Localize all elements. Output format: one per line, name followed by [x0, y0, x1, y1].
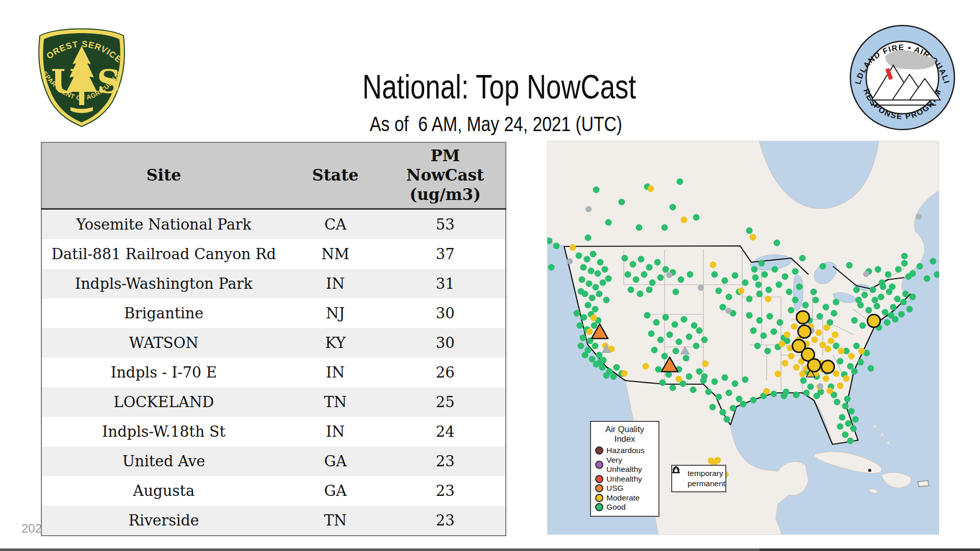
- monitor-dot-good: [758, 260, 765, 267]
- monitor-dot-good: [663, 314, 669, 321]
- monitor-dot-good: [597, 359, 604, 366]
- monitor-dot-good: [593, 284, 599, 291]
- monitor-dot-dark: [868, 469, 871, 472]
- monitor-dot-good: [548, 264, 555, 271]
- monitor-dot-moderate: [715, 457, 721, 464]
- monitor-dot-good: [800, 378, 807, 384]
- monitor-dot-good: [589, 295, 596, 302]
- monitor-dot-good: [811, 289, 817, 295]
- monitor-dot-good: [690, 387, 697, 393]
- monitor-dot-good: [752, 274, 759, 281]
- triangle-outline-icon: [676, 480, 684, 488]
- table-cell: Riverside: [41, 506, 286, 536]
- table-row: Yosemite National ParkCA53: [41, 209, 506, 240]
- monitor-dot-good: [900, 299, 907, 306]
- top-site-circle-marker: [822, 361, 835, 373]
- monitor-dot-good: [724, 416, 730, 423]
- aqi-legend-item: Unhealthy: [595, 474, 654, 484]
- monitor-dot-good: [802, 302, 809, 309]
- monitor-dot-good: [746, 312, 753, 319]
- monitor-dot-good: [803, 390, 810, 396]
- monitor-dot-good: [762, 271, 768, 278]
- monitor-dot-good: [579, 277, 585, 283]
- monitor-dot-moderate: [848, 353, 855, 360]
- monitor-dot-good: [576, 253, 582, 259]
- monitor-dot-good: [580, 264, 587, 271]
- monitor-dot-good: [851, 368, 858, 375]
- table-row: WATSONKY30: [41, 328, 506, 358]
- monitor-dot-good: [884, 319, 891, 326]
- monitor-dot-good: [831, 310, 838, 317]
- monitor-dot-good: [670, 385, 676, 391]
- monitor-dot-good: [853, 287, 860, 293]
- monitor-dot-good: [657, 274, 664, 281]
- monitor-dot-good: [686, 373, 693, 380]
- monitor-dot-good: [813, 297, 819, 304]
- table-cell: IN: [286, 417, 385, 446]
- monitor-dot-moderate: [570, 244, 576, 251]
- monitor-dot-good: [663, 266, 669, 273]
- monitor-dot-inactive: [916, 214, 922, 220]
- monitor-dot-moderate: [833, 370, 840, 377]
- monitor-dot-good: [777, 319, 783, 326]
- table-cell: Indpls-Washington Park: [41, 269, 286, 298]
- monitor-dot-good: [657, 337, 664, 343]
- monitor-dot-good: [641, 271, 648, 278]
- monitor-dot-good: [596, 291, 603, 297]
- monitor-dot-good: [751, 266, 758, 273]
- table-cell: Indpls-W.18th St: [41, 417, 286, 446]
- table-cell: 30: [385, 328, 506, 358]
- monitor-dot-inactive: [817, 383, 823, 389]
- monitor-dot-good: [636, 224, 643, 231]
- shape-legend: temporarypermanent: [671, 465, 726, 492]
- monitor-dot-good: [600, 280, 606, 286]
- monitor-dot-good: [853, 343, 860, 349]
- monitor-dot-moderate: [586, 329, 593, 335]
- top-site-circle-marker: [798, 325, 811, 338]
- monitor-dot-moderate: [591, 315, 597, 321]
- table-cell: 31: [385, 269, 506, 298]
- monitor-dot-good: [582, 352, 589, 359]
- monitor-dot-good: [709, 404, 716, 411]
- monitor-dot-good: [796, 284, 803, 290]
- monitor-dot-moderate: [791, 323, 798, 330]
- monitor-dot-good: [772, 266, 778, 273]
- monitor-dot-good: [833, 299, 840, 306]
- monitor-dot-good: [851, 317, 858, 324]
- monitor-dot-good: [681, 316, 688, 323]
- monitor-dot-good: [742, 377, 749, 383]
- monitor-dot-good: [898, 311, 905, 318]
- monitor-dot-inactive: [666, 272, 672, 278]
- monitor-dot-good: [792, 297, 799, 304]
- monitor-dot-good: [676, 339, 682, 345]
- monitor-dot-good: [693, 343, 700, 349]
- monitor-dot-good: [793, 392, 800, 398]
- monitor-dot-good: [655, 366, 662, 373]
- monitor-dot-moderate: [782, 360, 789, 367]
- monitor-dot-good: [890, 304, 897, 311]
- top-site-circle-marker: [808, 359, 821, 372]
- monitor-dot-good: [885, 271, 892, 278]
- monitor-dot-moderate: [765, 296, 772, 303]
- monitor-dot-good: [844, 396, 851, 403]
- monitor-dot-good: [847, 438, 854, 444]
- monitor-dot-good: [683, 355, 690, 362]
- monitor-dot-good: [591, 322, 598, 329]
- monitor-dot-good: [771, 329, 777, 335]
- monitor-dot-good: [654, 259, 661, 266]
- monitor-dot-good: [585, 235, 592, 241]
- table-cell: IN: [286, 358, 385, 387]
- monitor-dot-moderate: [825, 346, 831, 353]
- monitor-dot-moderate: [838, 348, 845, 355]
- table-cell: 53: [385, 209, 506, 240]
- table-cell: GA: [286, 446, 385, 476]
- table-cell: 25: [385, 387, 506, 417]
- monitor-dot-good: [755, 282, 762, 288]
- monitor-dot-good: [866, 307, 872, 314]
- table-cell: NJ: [286, 298, 385, 328]
- air-quality-map[interactable]: Air Quality Index HazardousVery Unhealth…: [547, 141, 939, 535]
- monitor-dot-moderate: [859, 348, 865, 355]
- monitor-dot-good: [910, 270, 916, 277]
- aqi-color-swatch-icon: [595, 494, 603, 502]
- table-header-row: Site State PM NowCast (ug/m3): [41, 142, 506, 209]
